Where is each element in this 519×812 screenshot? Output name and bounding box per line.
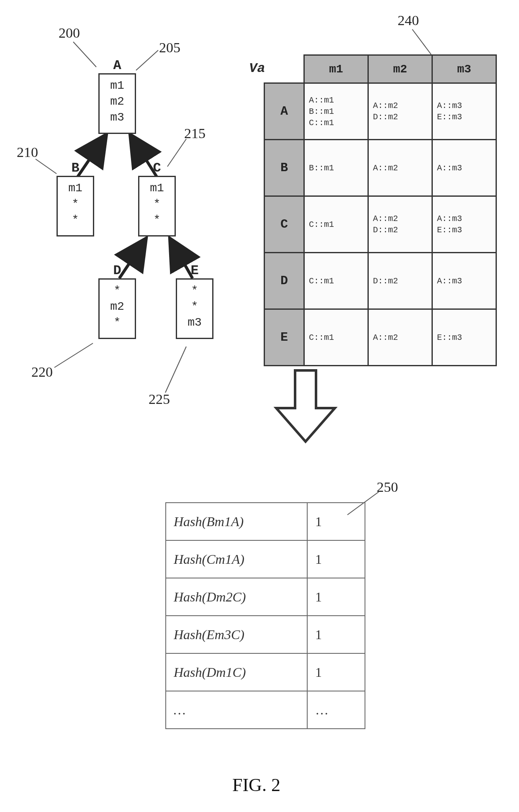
down-arrow-icon [272, 366, 339, 446]
validm-cell: E::m3 [432, 309, 496, 366]
validm-cell: C::m1 [304, 196, 368, 253]
validm-cell: A::m2D::m2 [368, 83, 432, 140]
class-line: * [100, 283, 135, 299]
hash-value: … [307, 691, 365, 729]
hash-row: Hash(Dm1C)1 [166, 653, 365, 691]
validm-cell: A::m2 [368, 309, 432, 366]
figure-canvas: 200 205 210 215 220 225 240 250 A m1 m2 [0, 0, 519, 812]
figure-caption: FIG. 2 [232, 774, 280, 796]
ref-200: 200 [59, 25, 80, 41]
class-line: * [100, 315, 135, 331]
svg-line-2 [36, 159, 57, 174]
hash-key: Hash(Bm1A) [166, 503, 307, 540]
svg-line-0 [73, 42, 96, 67]
validm-table: m1 m2 m3 AA::m1B::m1C::m1A::m2D::m2A::m3… [264, 54, 497, 366]
class-line: * [58, 196, 93, 212]
svg-line-4 [54, 343, 93, 367]
class-line: m3 [100, 110, 135, 126]
validm-header-row: m1 m2 m3 [265, 55, 496, 83]
class-E-label: E [176, 263, 213, 278]
ref-240: 240 [398, 13, 419, 28]
hash-value: 1 [307, 503, 365, 540]
class-line: * [139, 212, 175, 228]
ref-210: 210 [17, 144, 38, 160]
validm-cell: A::m1B::m1C::m1 [304, 83, 368, 140]
hash-value: 1 [307, 616, 365, 653]
class-D-content: * m2 * [100, 280, 135, 334]
validm-cell: C::m1 [304, 253, 368, 309]
class-C-box: m1 * * [138, 176, 176, 236]
hash-value: 1 [307, 540, 365, 578]
svg-line-5 [165, 347, 186, 393]
class-line: m1 [100, 78, 135, 94]
class-line: m2 [100, 94, 135, 110]
svg-line-6 [412, 29, 431, 54]
validm-cell: D::m2 [368, 253, 432, 309]
class-B-box: m1 * * [57, 176, 94, 236]
validm-row: BB::m1A::m2A::m3 [265, 140, 496, 196]
class-A-box: m1 m2 m3 [98, 73, 136, 134]
hash-row: Hash(Bm1A)1 [166, 503, 365, 540]
hash-key: Hash(Dm2C) [166, 578, 307, 616]
class-A-label: A [98, 58, 136, 73]
validm-cell: A::m2D::m2 [368, 196, 432, 253]
hash-key: … [166, 691, 307, 729]
ref-225: 225 [149, 391, 170, 407]
class-E-box: * * m3 [176, 278, 213, 339]
class-line: * [177, 299, 212, 315]
validm-col-m2: m2 [368, 55, 432, 83]
ref-205: 205 [159, 40, 180, 56]
validm-cell: C::m1 [304, 309, 368, 366]
ref-220: 220 [31, 364, 53, 380]
validm-cell: A::m3E::m3 [432, 83, 496, 140]
class-D-label: D [98, 263, 136, 278]
hash-row: …… [166, 691, 365, 729]
validm-cell: A::m2 [368, 140, 432, 196]
class-line: * [139, 196, 175, 212]
hash-row: Hash(Dm2C)1 [166, 578, 365, 616]
hash-row: Hash(Em3C)1 [166, 616, 365, 653]
ref-250: 250 [377, 479, 398, 495]
validm-row: EC::m1A::m2E::m3 [265, 309, 496, 366]
class-line: m3 [177, 315, 212, 331]
validm-cell: B::m1 [304, 140, 368, 196]
class-A-content: m1 m2 m3 [100, 75, 135, 129]
hash-value: 1 [307, 653, 365, 691]
class-line: * [177, 283, 212, 299]
class-E-content: * * m3 [177, 280, 212, 334]
hash-key: Hash(Dm1C) [166, 653, 307, 691]
validm-row-header: D [265, 253, 304, 309]
validm-row: AA::m1B::m1C::m1A::m2D::m2A::m3E::m3 [265, 83, 496, 140]
class-B-label: B [57, 160, 94, 176]
validm-row-header: C [265, 196, 304, 253]
validm-row: CC::m1A::m2D::m2A::m3E::m3 [265, 196, 496, 253]
validm-col-m1: m1 [304, 55, 368, 83]
validm-cell: A::m3 [432, 140, 496, 196]
validm-cell: A::m3E::m3 [432, 196, 496, 253]
hash-table: Hash(Bm1A)1Hash(Cm1A)1Hash(Dm2C)1Hash(Em… [165, 502, 365, 729]
validm-row: DC::m1D::m2A::m3 [265, 253, 496, 309]
class-line: m1 [58, 180, 93, 196]
class-D-box: * m2 * [98, 278, 136, 339]
validm-row-header: B [265, 140, 304, 196]
class-C-content: m1 * * [139, 177, 175, 232]
hash-key: Hash(Cm1A) [166, 540, 307, 578]
validm-row-header: E [265, 309, 304, 366]
validm-cell: A::m3 [432, 253, 496, 309]
class-line: * [58, 212, 93, 228]
hash-row: Hash(Cm1A)1 [166, 540, 365, 578]
class-line: m1 [139, 180, 175, 196]
class-B-content: m1 * * [58, 177, 93, 232]
class-line: m2 [100, 299, 135, 315]
validm-corner [265, 55, 304, 83]
hash-key: Hash(Em3C) [166, 616, 307, 653]
class-C-label: C [138, 160, 176, 176]
validm-row-header: A [265, 83, 304, 140]
validm-col-m3: m3 [432, 55, 496, 83]
ref-215: 215 [184, 126, 206, 141]
svg-line-1 [136, 50, 158, 70]
hash-value: 1 [307, 578, 365, 616]
